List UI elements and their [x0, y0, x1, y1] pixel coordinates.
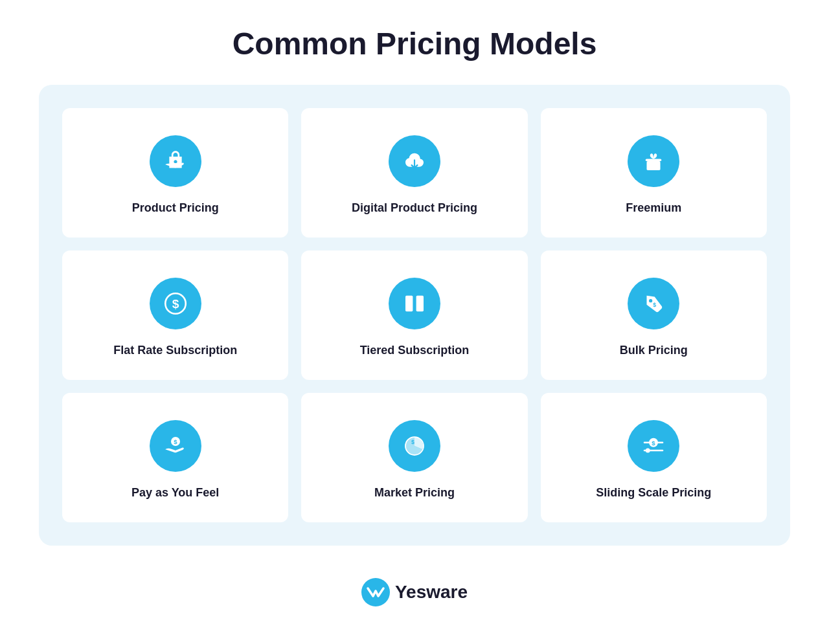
svg-text:$: $: [174, 438, 177, 445]
svg-text:$: $: [652, 439, 656, 447]
flat-rate-subscription-label: Flat Rate Subscription: [113, 344, 237, 357]
yesware-icon: [361, 578, 390, 606]
footer: Yesware: [361, 578, 468, 606]
card-flat-rate-subscription: $ Flat Rate Subscription: [62, 250, 288, 380]
card-pay-as-you-feel: $ Pay as You Feel: [62, 393, 288, 522]
flat-rate-subscription-icon-circle: $: [150, 278, 201, 329]
freemium-label: Freemium: [626, 201, 681, 215]
svg-text:$: $: [653, 302, 657, 308]
card-digital-product-pricing: Digital Product Pricing: [301, 108, 527, 238]
svg-rect-5: [416, 295, 424, 311]
sliding-scale-pricing-label: Sliding Scale Pricing: [596, 486, 711, 500]
svg-rect-1: [647, 161, 661, 170]
digital-product-pricing-label: Digital Product Pricing: [352, 201, 477, 215]
card-bulk-pricing: $ Bulk Pricing: [541, 250, 767, 380]
digital-product-pricing-icon-circle: [389, 135, 440, 187]
card-market-pricing: $ Market Pricing: [301, 393, 527, 522]
card-freemium: Freemium: [541, 108, 767, 238]
pay-as-you-feel-icon-circle: $: [150, 420, 201, 472]
svg-rect-0: [646, 159, 662, 161]
tiered-subscription-icon-circle: [389, 278, 440, 329]
bulk-pricing-label: Bulk Pricing: [620, 344, 688, 357]
product-pricing-icon-circle: [150, 135, 201, 187]
bulk-pricing-icon-circle: $: [628, 278, 679, 329]
cards-grid: Product Pricing Digital Product Pricing …: [62, 108, 767, 522]
grid-container: Product Pricing Digital Product Pricing …: [39, 85, 790, 546]
svg-rect-4: [405, 295, 413, 311]
card-tiered-subscription: Tiered Subscription: [301, 250, 527, 380]
yesware-brand-name: Yesware: [395, 582, 468, 603]
product-pricing-label: Product Pricing: [132, 201, 219, 215]
yesware-logo: Yesware: [361, 578, 468, 606]
svg-point-6: [649, 299, 652, 302]
svg-text:$: $: [172, 297, 179, 311]
sliding-scale-pricing-icon-circle: $: [628, 420, 679, 472]
freemium-icon-circle: [628, 135, 679, 187]
pay-as-you-feel-label: Pay as You Feel: [131, 486, 219, 500]
market-pricing-icon-circle: $: [389, 420, 440, 472]
svg-text:$: $: [411, 439, 414, 445]
market-pricing-label: Market Pricing: [374, 486, 455, 500]
page-title: Common Pricing Models: [233, 26, 597, 61]
tiered-subscription-label: Tiered Subscription: [360, 344, 470, 357]
card-product-pricing: Product Pricing: [62, 108, 288, 238]
card-sliding-scale-pricing: $ Sliding Scale Pricing: [541, 393, 767, 522]
